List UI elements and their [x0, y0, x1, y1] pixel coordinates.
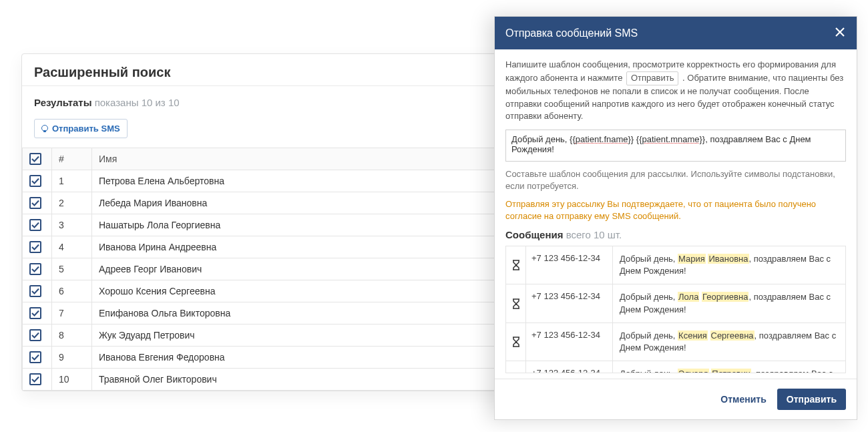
row-number: 9 — [52, 347, 92, 369]
send-sms-label: Отправить SMS — [52, 124, 120, 134]
messages-label: Сообщения — [505, 229, 563, 240]
row-checkbox[interactable] — [29, 307, 41, 319]
row-checkbox[interactable] — [29, 263, 41, 275]
col-number: # — [52, 148, 92, 170]
results-label: Результаты — [34, 97, 91, 108]
message-phone: +7 123 456-12-34 — [526, 246, 613, 284]
row-number: 6 — [52, 280, 92, 302]
message-phone: +7 123 456-12-34 — [526, 284, 613, 322]
dialog-title: Отправка сообщений SMS — [505, 27, 638, 39]
message-row: +7 123 456-12-34 Добрый день, Эдуард Пет… — [506, 361, 845, 373]
row-checkbox[interactable] — [29, 329, 41, 341]
row-checkbox[interactable] — [29, 219, 41, 231]
messages-count: всего 10 шт. — [566, 229, 622, 240]
row-number: 3 — [52, 214, 92, 236]
results-count: показаны 10 из 10 — [95, 97, 180, 108]
message-row: +7 123 456-12-34 Добрый день, Лола Георг… — [506, 284, 845, 322]
cancel-button[interactable]: Отменить — [716, 389, 770, 410]
row-number: 4 — [52, 236, 92, 258]
inline-send-chip: Отправить — [626, 71, 678, 85]
row-number: 7 — [52, 302, 92, 325]
row-checkbox[interactable] — [29, 351, 41, 363]
row-number: 2 — [52, 192, 92, 214]
hourglass-icon — [506, 361, 526, 373]
row-number: 5 — [52, 258, 92, 280]
row-checkbox[interactable] — [29, 175, 41, 187]
messages-list: +7 123 456-12-34 Добрый день, Мария Иван… — [505, 246, 846, 373]
hourglass-icon — [506, 323, 526, 361]
select-all-checkbox[interactable] — [29, 153, 41, 165]
message-text: Добрый день, Лола Георгиевна, поздравляе… — [613, 284, 845, 322]
message-row: +7 123 456-12-34 Добрый день, Ксения Сер… — [506, 323, 845, 361]
message-text: Добрый день, Ксения Сергеевна, поздравля… — [613, 323, 845, 361]
hourglass-icon — [506, 284, 526, 322]
send-sms-button[interactable]: Отправить SMS — [34, 119, 128, 138]
submit-button[interactable]: Отправить — [777, 389, 846, 410]
row-number: 10 — [52, 369, 92, 391]
sms-dialog: Отправка сообщений SMS Напишите шаблон с… — [494, 16, 857, 420]
row-checkbox[interactable] — [29, 241, 41, 253]
row-number: 1 — [52, 170, 92, 192]
row-number: 8 — [52, 325, 92, 347]
template-hint: Составьте шаблон сообщения для рассылки.… — [505, 168, 846, 192]
hourglass-icon — [506, 246, 526, 284]
row-checkbox[interactable] — [29, 373, 41, 385]
message-phone: +7 123 456-12-34 — [526, 361, 613, 373]
message-text: Добрый день, Эдуард Петрович, поздравляе… — [613, 361, 845, 373]
message-text: Добрый день, Мария Ивановна, поздравляем… — [613, 246, 845, 284]
bulb-icon — [41, 126, 48, 132]
row-checkbox[interactable] — [29, 197, 41, 209]
consent-warning: Отправляя эту рассылку Вы подтверждаете,… — [505, 198, 846, 222]
template-input[interactable]: Добрый день, {{patient.fname}} {{patient… — [505, 130, 846, 162]
close-icon[interactable] — [834, 26, 846, 40]
message-row: +7 123 456-12-34 Добрый день, Мария Иван… — [506, 246, 845, 284]
message-phone: +7 123 456-12-34 — [526, 323, 613, 361]
dialog-intro: Напишите шаблон сообщения, просмотрите к… — [505, 59, 846, 123]
row-checkbox[interactable] — [29, 285, 41, 297]
